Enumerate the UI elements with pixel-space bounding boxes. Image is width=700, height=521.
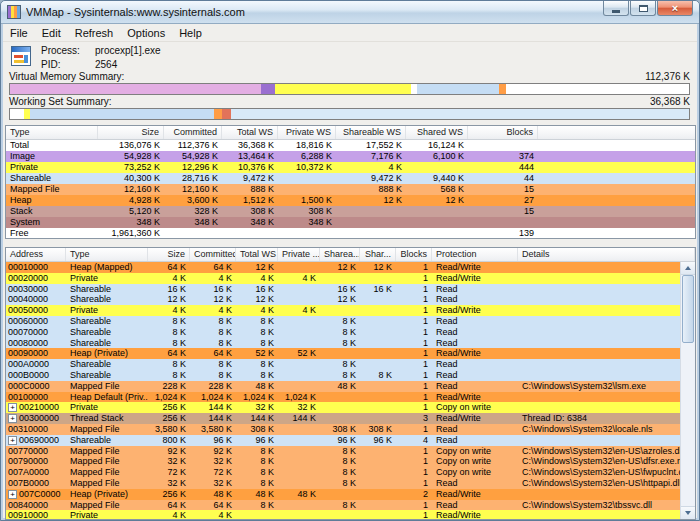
summary-table-row[interactable]: Total136,076 K112,376 K36,368 K18,816 K1… (6, 140, 695, 151)
detail-header-cell[interactable]: Details (518, 248, 695, 261)
title-bar[interactable]: VMMap - Sysinternals:www.sysinternals.co… (1, 1, 699, 24)
summary-header-cell[interactable]: Shared WS (406, 126, 468, 139)
menu-item-edit[interactable]: Edit (35, 25, 68, 41)
detail-table-row[interactable]: 00060000Shareable8 K8 K8 K8 K1Read (6, 316, 695, 327)
details-cell (518, 510, 695, 520)
detail-table-row[interactable]: 00020000Private4 K4 K4 K4 K1Read/Write (6, 273, 695, 284)
summary-header-cell[interactable]: Blocks (468, 126, 538, 139)
detail-table-row[interactable]: 000B0000Shareable8 K8 K8 K8 K8 K1Read (6, 370, 695, 381)
expand-icon[interactable]: + (8, 490, 17, 499)
detail-cell: 8 K (190, 338, 236, 349)
detail-table-row[interactable]: +007C0000Heap (Private)256 K48 K48 K48 K… (6, 489, 695, 500)
expand-icon[interactable]: + (8, 414, 17, 423)
detail-cell: 1 (396, 381, 432, 392)
summary-table-row[interactable]: Free1,961,360 K139 (6, 228, 695, 239)
detail-table-row[interactable]: 00840000Mapped File64 K64 K8 K8 K1ReadC:… (6, 500, 695, 511)
detail-cell: 8 K (320, 478, 360, 489)
summary-cell: 348 K (164, 217, 222, 228)
detail-cell: 1,024 K (236, 392, 278, 403)
scrollbar-thumb[interactable] (682, 275, 694, 343)
detail-table-row[interactable]: 00090000Heap (Private)64 K64 K52 K52 K1R… (6, 348, 695, 359)
maximize-button[interactable] (630, 1, 656, 16)
detail-table-row[interactable]: 007B0000Mapped File32 K32 K8 K8 K1ReadC:… (6, 478, 695, 489)
address-cell: 00050000 (6, 305, 66, 316)
detail-header-cell[interactable]: Blocks (396, 248, 432, 261)
summary-header-cell[interactable]: Committed (164, 126, 222, 139)
detail-table-row[interactable]: +00690000Shareable800 K96 K96 K96 K96 K4… (6, 435, 695, 446)
scroll-up-button[interactable] (681, 262, 695, 275)
detail-cell: 12 K (320, 262, 360, 273)
detail-header-cell[interactable]: Type (66, 248, 148, 261)
summary-table-row[interactable]: Shareable40,300 K28,716 K9,472 K9,472 K9… (6, 173, 695, 184)
summary-table-row[interactable]: Heap4,928 K3,600 K1,512 K1,500 K12 K12 K… (6, 195, 695, 206)
expand-icon[interactable]: + (8, 403, 17, 412)
detail-table-row[interactable]: 00790000Mapped File32 K32 K8 K8 K1Copy o… (6, 456, 695, 467)
summary-table-row[interactable]: Private73,252 K12,296 K10,376 K10,372 K4… (6, 162, 695, 173)
detail-cell: 228 K (190, 381, 236, 392)
detail-table-row[interactable]: 00100000Heap Default (Priv...1,024 K1,02… (6, 392, 695, 403)
working-set-bar (9, 108, 690, 120)
protection-cell: Read/Write (432, 489, 518, 500)
detail-table-row[interactable]: 00770000Mapped File92 K92 K8 K8 K1Copy o… (6, 446, 695, 457)
address-cell: 000A0000 (6, 359, 66, 370)
expand-icon[interactable]: + (8, 436, 17, 445)
detail-header-cell[interactable]: Sharea... (320, 248, 360, 261)
detail-header-cell[interactable]: Protection (432, 248, 518, 261)
minimize-button[interactable] (603, 1, 629, 16)
detail-table-row[interactable]: 00910000Private4 K4 K1Read/Write (6, 510, 695, 520)
protection-cell: Read/Write (432, 262, 518, 273)
scroll-down-button[interactable] (681, 506, 695, 519)
detail-cell: 32 K (236, 402, 278, 413)
summary-table-row[interactable]: Stack5,120 K328 K308 K308 K15 (6, 206, 695, 217)
detail-table-row[interactable]: 00070000Shareable8 K8 K8 K8 K1Read (6, 327, 695, 338)
detail-cell: 16 K (190, 284, 236, 295)
details-cell (518, 284, 695, 295)
type-cell: Shareable (66, 316, 148, 327)
detail-table-row[interactable]: 00010000Heap (Mapped)64 K64 K12 K12 K12 … (6, 262, 695, 273)
summary-cell (406, 206, 468, 217)
bar-segment (10, 84, 261, 94)
detail-cell (278, 327, 320, 338)
summary-header-cell[interactable]: Size (98, 126, 164, 139)
menu-item-options[interactable]: Options (120, 25, 172, 41)
detail-cell (360, 456, 396, 467)
detail-table-row[interactable]: +00210000Private256 K144 K32 K32 K1Copy … (6, 402, 695, 413)
detail-cell: 8 K (190, 359, 236, 370)
detail-table-row[interactable]: 000A0000Shareable8 K8 K8 K8 K1Read (6, 359, 695, 370)
detail-header-cell[interactable]: Private ... (278, 248, 320, 261)
menu-item-refresh[interactable]: Refresh (68, 25, 121, 41)
scrollbar-track[interactable] (681, 275, 695, 506)
detail-header-cell[interactable]: Size (148, 248, 190, 261)
menu-item-file[interactable]: File (3, 25, 35, 41)
detail-header-cell[interactable]: Address (6, 248, 66, 261)
summary-table-row[interactable]: Mapped File12,160 K12,160 K888 K888 K568… (6, 184, 695, 195)
detail-cell: 8 K (236, 500, 278, 511)
detail-header-cell[interactable]: Committed (190, 248, 236, 261)
detail-table-row[interactable]: 00310000Mapped File3,580 K3,580 K308 K30… (6, 424, 695, 435)
detail-scrollbar[interactable] (680, 262, 695, 519)
type-cell: Heap (Private) (66, 348, 148, 359)
detail-table-row[interactable]: 00050000Private4 K4 K4 K4 K1Read/Write (6, 305, 695, 316)
detail-table-row[interactable]: 000C0000Mapped File228 K228 K48 K48 K1Re… (6, 381, 695, 392)
menu-item-help[interactable]: Help (172, 25, 209, 41)
protection-cell: Read (432, 478, 518, 489)
detail-header-cell[interactable]: Total WS (236, 248, 278, 261)
address-text: 00070000 (8, 327, 48, 338)
summary-header-cell[interactable]: Total WS (222, 126, 278, 139)
detail-table-row[interactable]: 00080000Shareable8 K8 K8 K8 K1Read (6, 338, 695, 349)
detail-cell: 64 K (190, 348, 236, 359)
detail-table-row[interactable]: 00030000Shareable16 K16 K16 K16 K16 K1Re… (6, 284, 695, 295)
bar-segment (222, 109, 232, 119)
summary-header-cell[interactable]: Type (6, 126, 98, 139)
summary-header-cell[interactable]: Private WS (278, 126, 336, 139)
detail-table-row[interactable]: 00040000Shareable12 K12 K12 K12 K1Read (6, 294, 695, 305)
detail-table-row[interactable]: +00300000Thread Stack256 K144 K144 K144 … (6, 413, 695, 424)
detail-cell: 1 (396, 510, 432, 520)
summary-table-row[interactable]: Image54,928 K54,928 K13,464 K6,288 K7,17… (6, 151, 695, 162)
summary-table-row[interactable]: System348 K348 K348 K348 K (6, 217, 695, 228)
detail-header-cell[interactable]: Shar... (360, 248, 396, 261)
close-button[interactable]: × (657, 1, 693, 16)
type-cell: Shareable (66, 359, 148, 370)
summary-header-cell[interactable]: Shareable WS (336, 126, 406, 139)
detail-table-row[interactable]: 007A0000Mapped File72 K72 K8 K8 K1Copy o… (6, 467, 695, 478)
